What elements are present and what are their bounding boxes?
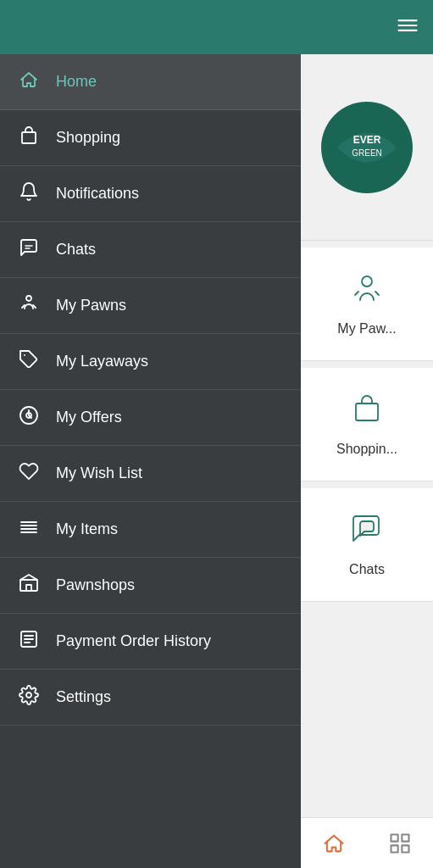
bottom-nav <box>301 817 433 868</box>
shopping-icon <box>17 125 41 150</box>
header <box>0 0 433 54</box>
pawnshops-icon <box>17 573 41 598</box>
svg-point-5 <box>26 296 31 301</box>
bottom-nav-home[interactable] <box>305 825 363 862</box>
sidebar-item-pawnshops[interactable]: Pawnshops <box>0 558 301 614</box>
shopping-card-label: Shoppin... <box>336 442 397 457</box>
brand-logo-svg: EVER GREEN <box>320 101 414 194</box>
sidebar-item-shopping[interactable]: Shopping <box>0 110 301 166</box>
my-offers-icon <box>17 405 41 430</box>
my-pawns-card-icon <box>350 271 384 313</box>
chats-card-label: Chats <box>349 562 385 577</box>
sidebar: Home Shopping Notifications <box>0 54 301 868</box>
svg-rect-24 <box>356 403 378 420</box>
hamburger-icon[interactable] <box>396 14 419 41</box>
svg-text:GREEN: GREEN <box>352 148 382 158</box>
sidebar-item-my-pawns-label: My Pawns <box>56 297 126 314</box>
payment-history-icon <box>17 629 41 654</box>
sidebar-item-my-wish-list-label: My Wish List <box>56 465 142 482</box>
chats-card[interactable]: Chats <box>301 488 433 602</box>
sidebar-item-my-pawns[interactable]: My Pawns <box>0 278 301 334</box>
sidebar-item-payment-order-history-label: Payment Order History <box>56 632 211 650</box>
svg-point-23 <box>362 276 372 287</box>
sidebar-item-payment-order-history[interactable]: Payment Order History <box>0 614 301 670</box>
settings-icon <box>17 685 41 709</box>
sidebar-item-my-offers[interactable]: My Offers <box>0 390 301 446</box>
chats-card-icon <box>350 512 384 554</box>
bottom-nav-other[interactable] <box>371 825 429 862</box>
sidebar-item-my-layaways[interactable]: My Layaways <box>0 334 301 390</box>
sidebar-item-settings-label: Settings <box>56 688 111 706</box>
my-pawns-card[interactable]: My Paw... <box>301 248 433 361</box>
shopping-card[interactable]: Shoppin... <box>301 368 433 481</box>
svg-rect-25 <box>391 834 398 841</box>
other-nav-icon <box>388 832 412 855</box>
my-pawns-card-label: My Paw... <box>337 321 396 337</box>
logo-area: EVER GREEN <box>301 54 433 241</box>
main-layout: Home Shopping Notifications <box>0 54 433 868</box>
my-items-icon <box>17 517 41 542</box>
sidebar-item-my-offers-label: My Offers <box>56 409 122 426</box>
svg-rect-26 <box>402 834 408 841</box>
right-panel: EVER GREEN My Paw... <box>301 54 433 868</box>
feature-cards: My Paw... Shoppin... <box>301 241 433 817</box>
sidebar-item-my-wish-list[interactable]: My Wish List <box>0 446 301 502</box>
sidebar-item-settings[interactable]: Settings <box>0 670 301 726</box>
sidebar-item-pawnshops-label: Pawnshops <box>56 576 135 594</box>
home-icon <box>17 70 41 94</box>
my-layaways-icon <box>17 349 41 374</box>
sidebar-item-my-items[interactable]: My Items <box>0 502 301 558</box>
svg-text:EVER: EVER <box>353 134 381 146</box>
wish-list-icon <box>17 461 41 486</box>
sidebar-item-chats[interactable]: Chats <box>0 222 301 278</box>
notification-icon <box>17 181 41 206</box>
svg-point-19 <box>26 693 31 698</box>
sidebar-item-home[interactable]: Home <box>0 54 301 110</box>
sidebar-item-chats-label: Chats <box>56 241 96 259</box>
chats-icon <box>17 237 41 262</box>
sidebar-item-my-layaways-label: My Layaways <box>56 353 148 370</box>
sidebar-item-notifications-label: Notifications <box>56 185 139 203</box>
sidebar-item-notifications[interactable]: Notifications <box>0 166 301 222</box>
svg-rect-14 <box>26 585 31 591</box>
sidebar-item-shopping-label: Shopping <box>56 129 120 147</box>
home-nav-icon <box>322 832 346 855</box>
svg-rect-28 <box>402 845 408 852</box>
svg-rect-27 <box>391 845 398 852</box>
sidebar-item-my-items-label: My Items <box>56 520 118 538</box>
my-pawns-icon <box>17 293 41 318</box>
brand-logo: EVER GREEN <box>320 101 414 194</box>
shopping-card-icon <box>350 392 384 433</box>
sidebar-item-home-label: Home <box>56 73 97 91</box>
svg-rect-3 <box>22 132 36 143</box>
